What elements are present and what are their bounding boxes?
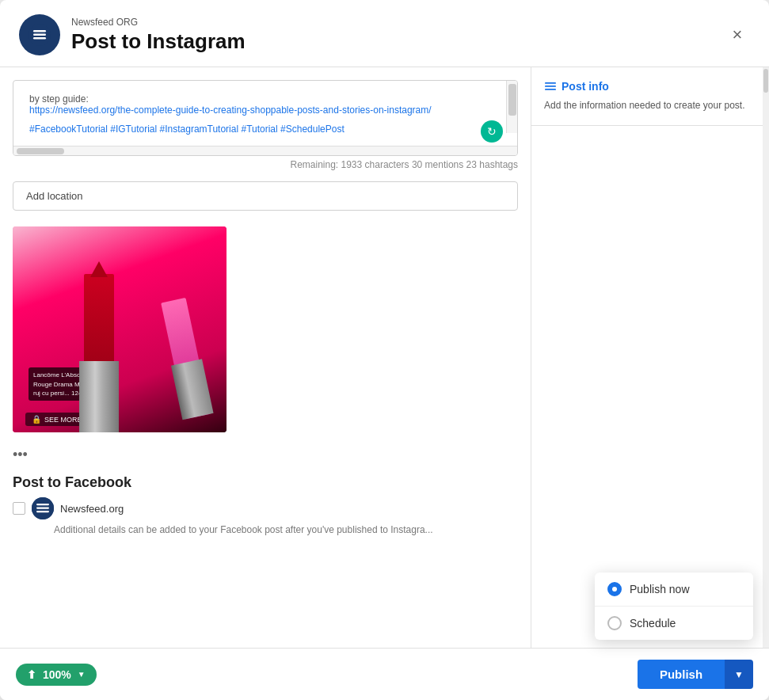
svg-rect-6 — [36, 508, 49, 509]
text-hscrollbar-thumb — [17, 148, 64, 154]
publish-button[interactable]: Publish — [638, 660, 725, 689]
modal-container: Newsfeed ORG Post to Instagram × by step… — [0, 0, 769, 700]
text-editor-content[interactable]: by step guide: https://newsfeed.org/the-… — [13, 81, 517, 146]
lipstick1-case — [79, 361, 119, 432]
svg-rect-5 — [36, 504, 49, 505]
text-hscrollbar[interactable] — [13, 146, 517, 155]
facebook-section-title: Post to Facebook — [13, 474, 518, 491]
post-info-section: Post info Add the information needed to … — [531, 67, 769, 126]
location-section: Add location — [13, 181, 518, 211]
org-name: Newsfeed ORG — [71, 17, 725, 28]
publish-popup: Publish now Schedule — [595, 573, 753, 640]
upload-icon: ⬆ — [27, 668, 36, 681]
refresh-button[interactable]: ↻ — [481, 120, 503, 143]
svg-rect-10 — [545, 89, 556, 90]
zoom-control[interactable]: ⬆ 100% ▼ — [16, 664, 97, 686]
modal-body: by step guide: https://newsfeed.org/the-… — [0, 67, 769, 648]
svg-rect-1 — [33, 30, 46, 32]
facebook-account-name: Newsfeed.org — [60, 503, 124, 515]
svg-rect-9 — [545, 86, 556, 87]
schedule-radio — [607, 616, 622, 630]
header-text: Newsfeed ORG Post to Instagram — [71, 17, 725, 54]
page-title: Post to Instagram — [71, 29, 725, 54]
more-options-dots[interactable]: ••• — [0, 443, 531, 466]
publish-now-radio — [607, 582, 622, 596]
post-info-title: Post info — [544, 80, 756, 93]
facebook-logo — [32, 497, 54, 519]
close-button[interactable]: × — [725, 22, 750, 48]
svg-rect-2 — [33, 34, 46, 36]
publish-now-label: Publish now — [630, 583, 690, 595]
hashtags-line[interactable]: #FacebookTutorial #IGTutorial #Instagram… — [21, 119, 493, 139]
text-vscrollbar[interactable] — [506, 81, 517, 133]
left-panel: by step guide: https://newsfeed.org/the-… — [0, 67, 531, 648]
facebook-note: Additional details can be added to your … — [54, 524, 518, 535]
image-preview-container: Lancôme L'Absolu Rouge Drama Matte ruj c… — [13, 226, 227, 432]
text-editor-wrapper: by step guide: https://newsfeed.org/the-… — [13, 80, 518, 156]
facebook-checkbox[interactable] — [13, 502, 25, 515]
schedule-label: Schedule — [630, 617, 676, 630]
article-link[interactable]: https://newsfeed.org/the-complete-guide-… — [29, 105, 432, 116]
post-image-preview: Lancôme L'Absolu Rouge Drama Matte ruj c… — [13, 226, 227, 432]
schedule-option[interactable]: Schedule — [595, 607, 753, 640]
right-scrollbar-thumb — [763, 69, 768, 93]
text-vscrollbar-thumb — [508, 84, 516, 116]
publish-now-option[interactable]: Publish now — [595, 573, 753, 606]
right-panel-scrollbar[interactable] — [763, 67, 769, 648]
app-logo — [19, 14, 60, 55]
modal-footer: ⬆ 100% ▼ Publish ▼ — [0, 648, 769, 700]
lipstick1-tip — [90, 261, 108, 277]
svg-rect-7 — [36, 511, 49, 512]
publish-dropdown-button[interactable]: ▼ — [725, 660, 753, 689]
facebook-account-row: Newsfeed.org — [13, 497, 518, 519]
facebook-section: Post to Facebook Newsfeed.org Additional… — [0, 466, 531, 543]
add-location-button[interactable]: Add location — [13, 182, 96, 210]
svg-rect-8 — [545, 82, 556, 84]
svg-rect-3 — [33, 37, 46, 40]
zoom-percent: 100% — [43, 668, 71, 681]
post-info-description: Add the information needed to create you… — [544, 99, 756, 112]
list-icon — [544, 80, 557, 93]
text-top-note: by step guide: https://newsfeed.org/the-… — [21, 87, 493, 119]
chevron-down-icon: ▼ — [734, 669, 744, 680]
publish-group: Publish ▼ — [638, 660, 753, 689]
modal-header: Newsfeed ORG Post to Instagram × — [0, 0, 769, 67]
zoom-arrow-icon: ▼ — [78, 670, 86, 679]
right-panel: Post info Add the information needed to … — [531, 67, 769, 648]
remaining-counter: Remaining: 1933 characters 30 mentions 2… — [0, 156, 531, 173]
